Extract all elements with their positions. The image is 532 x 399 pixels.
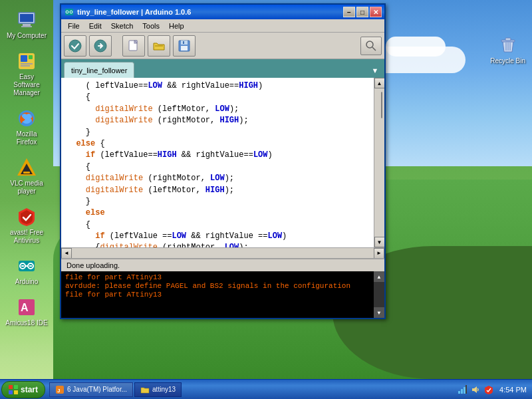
svg-rect-3 [21,26,32,27]
code-line-7: if (leftValue==HIGH && rightValue==LOW) [66,150,368,161]
menu-sketch[interactable]: Sketch [107,21,138,31]
start-button[interactable]: start [1,381,45,398]
window-title: tiny_line_follower | Arduino 1.0.6 [77,8,343,16]
code-line-6: else { [66,138,368,150]
svg-rect-25 [65,9,73,15]
console-output: file for part ATtiny13 avrdude: please d… [61,271,384,318]
scroll-thumb[interactable] [381,92,382,118]
icon-avast[interactable]: avast! Free Antivirus [3,203,51,247]
code-line-5: } [66,127,368,138]
svg-rect-7 [21,63,33,65]
svg-rect-40 [9,390,13,394]
code-line-4: digitalWrite (rightMotor, HIGH); [66,115,368,126]
network-tray-icon[interactable] [457,384,467,395]
menu-tools[interactable]: Tools [138,21,164,31]
code-line-2: { [66,92,368,103]
menu-help[interactable]: Help [165,21,188,31]
menu-edit[interactable]: Edit [85,21,106,31]
tab-tiny-line-follower[interactable]: tiny_line_follower [64,62,134,78]
recycle-bin-label: Recycle Bin [490,57,525,65]
recycle-bin-img [497,33,519,56]
taskbar-java-label: 6 Java(TM) Platfor... [67,386,127,393]
console-area: Done uploading. file for part ATtiny13 a… [61,258,384,318]
search-button[interactable] [360,37,382,55]
toolbar [61,33,384,59]
java-icon: J [55,385,65,394]
taskbar: start J 6 Java(TM) Platfor... attiny13 [0,379,532,399]
window-icon [64,7,74,17]
vlc-icon [16,157,37,178]
scroll-down-button[interactable]: ▼ [374,237,385,247]
console-scroll-up[interactable]: ▲ [374,271,384,282]
code-line-14: if (leftValue ==LOW && rightValue ==LOW) [66,231,368,242]
svg-rect-34 [181,46,188,51]
save-button[interactable] [173,35,196,57]
taskbar-java[interactable]: J 6 Java(TM) Platfor... [49,382,133,397]
maximize-button[interactable]: □ [356,7,368,17]
code-editor[interactable]: ( leftValue==LOW && rightValue==HIGH) { … [61,78,374,247]
svg-rect-47 [466,385,467,394]
svg-line-37 [372,47,376,51]
easy-software-label: Easy Software Manager [5,73,48,97]
arduino-window: tiny_line_follower | Arduino 1.0.6 − □ ✕… [60,3,386,319]
icon-vlc[interactable]: VLC media player [3,154,51,198]
firefox-icon [16,108,37,129]
close-button[interactable]: ✕ [370,7,382,17]
svg-rect-2 [23,24,31,26]
icon-my-computer[interactable]: My Computer [3,7,51,43]
code-line-15: {digitalWrite (rightMotor, LOW); [66,242,368,247]
easy-software-icon [16,51,37,72]
verify-button[interactable] [64,35,86,57]
code-line-9: digitalWrite (rightMotor, LOW); [66,173,368,184]
svg-rect-21 [505,38,511,41]
icon-easy-software[interactable]: Easy Software Manager [3,48,51,100]
svg-rect-46 [464,387,466,394]
open-button[interactable] [148,35,170,57]
icon-amicus[interactable]: A Amicus18 IDE [3,294,51,330]
new-button[interactable] [122,35,145,57]
console-scrollbar: ▲ ▼ [374,271,384,318]
avast-label: avast! Free Antivirus [5,229,48,245]
hscroll-right-button[interactable]: ► [374,248,384,259]
svg-rect-45 [461,389,463,394]
avast-tray-icon[interactable] [483,384,494,395]
folder-icon [140,385,150,394]
icon-arduino[interactable]: Arduino [3,253,51,289]
editor-area: ( leftValue==LOW && rightValue==HIGH) { … [61,78,384,247]
avast-icon [16,206,37,227]
editor-scrollbar: ▲ ▼ [374,78,384,247]
system-tray: 4:54 PM [453,384,531,395]
desktop: My Computer Easy Software Manager [0,0,532,399]
code-line-13: { [66,219,368,231]
hscroll-left-button[interactable]: ◄ [61,248,72,259]
amicus-icon: A [16,297,37,318]
svg-rect-16 [21,265,24,267]
code-line-11: } [66,196,368,207]
svg-rect-38 [9,385,13,389]
svg-text:A: A [21,302,29,313]
recycle-bin-icon[interactable]: Recycle Bin [490,33,525,366]
minimize-button[interactable]: − [343,7,355,17]
svg-rect-44 [458,391,460,394]
console-scroll-down[interactable]: ▼ [374,307,384,318]
console-line-1: file for part ATtiny13 [65,273,380,281]
menubar: File Edit Sketch Tools Help [61,19,384,33]
scroll-up-button[interactable]: ▲ [374,78,385,88]
code-line-12: else [66,207,368,219]
svg-rect-11 [23,172,30,174]
code-line-10: digitalWrite (leftMotor, HIGH); [66,185,368,196]
svg-rect-41 [14,390,18,394]
window-controls: − □ ✕ [343,7,382,17]
code-line-3: digitalWrite (leftMotor, LOW); [66,104,368,115]
firefox-label: Mozilla Firefox [5,130,48,146]
menu-file[interactable]: File [64,21,84,31]
vlc-label: VLC media player [5,180,48,196]
speaker-tray-icon[interactable] [470,384,481,395]
icon-firefox[interactable]: Mozilla Firefox [3,105,51,149]
upload-button[interactable] [89,35,112,57]
svg-rect-6 [29,55,33,59]
tab-dropdown-button[interactable]: ▼ [368,63,382,78]
svg-point-36 [366,41,373,48]
taskbar-attiny[interactable]: attiny13 [134,382,182,397]
system-clock: 4:54 PM [499,386,527,394]
